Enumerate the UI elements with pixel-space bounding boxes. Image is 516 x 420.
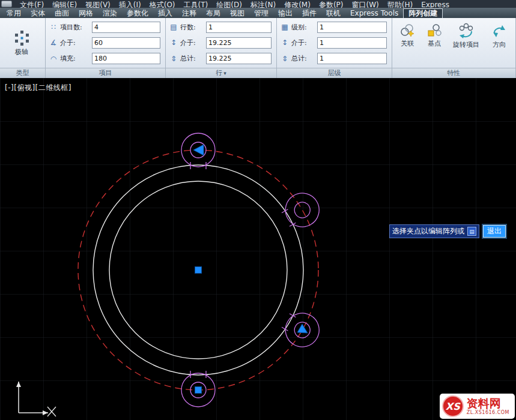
tab-home[interactable]: 常用	[2, 8, 26, 18]
watermark-title: 资料网	[467, 397, 509, 410]
tab-online[interactable]: 联机	[321, 8, 345, 18]
levels-count-input[interactable]	[317, 22, 387, 33]
panel-properties: 关联 基点	[392, 18, 516, 78]
tab-manage[interactable]: 管理	[249, 8, 273, 18]
tab-array-creation[interactable]: 阵列创建	[403, 8, 443, 18]
grip-edit-tooltip: 选择夹点以编辑阵列或 ▤ 退出	[389, 224, 506, 238]
rows-between-label: 介于:	[180, 38, 204, 47]
panel-label-levels: 层级	[277, 68, 392, 78]
menu-draw[interactable]: 绘图(D)	[212, 1, 246, 8]
tooltip-grip-icon[interactable]: ▤	[467, 227, 476, 236]
menu-help[interactable]: 帮助(H)	[383, 1, 417, 8]
watermark-logo: XS	[442, 395, 464, 417]
tab-output[interactable]: 输出	[273, 8, 297, 18]
tab-mesh[interactable]: 网格	[74, 8, 98, 18]
items-between-row: ∡ 介于:	[49, 35, 160, 50]
menu-bar: 文件(F) 编辑(E) 视图(V) 插入(I) 格式(O) 工具(T) 绘图(D…	[0, 0, 516, 8]
levels-total-icon: ⇕	[280, 55, 290, 63]
tab-layout[interactable]: 布局	[201, 8, 225, 18]
tab-express-tools[interactable]: Express Tools	[345, 8, 403, 18]
tab-parametric[interactable]: 参数化	[122, 8, 153, 18]
associative-icon	[399, 23, 415, 38]
menu-tools[interactable]: 工具(T)	[180, 1, 213, 8]
tab-view[interactable]: 视图	[225, 8, 249, 18]
tab-surface[interactable]: 曲面	[50, 8, 74, 18]
rows-between-input[interactable]	[206, 37, 272, 49]
drawing-area[interactable]: [-][俯视][二维线框] 选择夹点以编辑阵列或 ▤ 退出 XS 资料网 ZL.…	[0, 78, 516, 420]
panel-label-rows[interactable]: 行▾	[166, 68, 276, 78]
base-point-button[interactable]: 基点	[422, 20, 447, 66]
levels-total-input[interactable]	[317, 53, 387, 64]
base-point-icon	[426, 23, 442, 38]
direction-button[interactable]: 方向	[485, 20, 513, 66]
tab-insert[interactable]: 插入	[153, 8, 177, 18]
tooltip-message: 选择夹点以编辑阵列或 ▤	[389, 224, 479, 238]
items-between-icon: ∡	[49, 38, 58, 47]
tab-solid[interactable]: 实体	[26, 8, 50, 18]
panel-items: ∷ 项目数: ∡ 介于: ◠ 填充: 项目	[46, 18, 166, 78]
polar-array-icon	[13, 29, 30, 46]
menu-file[interactable]: 文件(F)	[16, 1, 48, 8]
tab-render[interactable]: 渲染	[98, 8, 122, 18]
rows-panel-dropdown-icon[interactable]: ▾	[223, 70, 226, 76]
menu-parametric[interactable]: 参数(P)	[315, 1, 348, 8]
items-count-input[interactable]	[92, 22, 160, 33]
menu-view[interactable]: 视图(V)	[81, 1, 115, 8]
levels-count-icon: ▦	[280, 23, 290, 31]
watermark-subtitle: ZL.XS1616.COM	[467, 410, 509, 415]
items-count-row: ∷ 项目数:	[49, 20, 160, 35]
panel-label-properties: 特性	[392, 68, 515, 78]
items-fill-input[interactable]	[92, 53, 160, 64]
tab-plugins[interactable]: 插件	[297, 8, 321, 18]
watermark: XS 资料网 ZL.XS1616.COM	[440, 394, 515, 419]
menu-window[interactable]: 窗口(W)	[348, 1, 383, 8]
items-between-label: 介于:	[60, 38, 90, 47]
rows-total-icon: ⇕	[169, 55, 178, 63]
rotate-items-icon	[458, 23, 475, 40]
rotate-items-button[interactable]: 旋转项目	[449, 20, 484, 66]
levels-count-row: ▦ 级别:	[280, 20, 387, 35]
rows-between-row: ↕ 介于:	[169, 35, 272, 50]
tab-annotate[interactable]: 注释	[177, 8, 201, 18]
exit-button[interactable]: 退出	[483, 225, 506, 238]
rows-total-row: ⇕ 总计:	[169, 51, 272, 66]
rows-total-input[interactable]	[206, 53, 272, 64]
items-count-icon: ∷	[49, 23, 58, 31]
panel-label-type: 类型	[0, 68, 45, 78]
levels-between-input[interactable]	[317, 37, 387, 49]
ribbon: 极轴 类型 ∷ 项目数: ∡ 介于: ◠ 填充:	[0, 18, 516, 78]
base-item-grip[interactable]	[195, 387, 202, 394]
menu-format[interactable]: 格式(O)	[145, 1, 180, 8]
menu-edit[interactable]: 编辑(E)	[48, 1, 81, 8]
rows-count-row: ▤ 行数:	[169, 20, 272, 35]
items-fill-label: 填充:	[60, 54, 90, 63]
direction-icon	[491, 23, 508, 40]
app-menu-button[interactable]	[1, 1, 12, 7]
rows-between-icon: ↕	[169, 38, 178, 47]
levels-total-row: ⇕ 总计:	[280, 51, 387, 66]
rows-count-label: 行数:	[180, 23, 204, 32]
levels-between-icon: ↕	[280, 38, 290, 47]
levels-between-label: 介于:	[291, 38, 315, 47]
associative-button[interactable]: 关联	[395, 20, 420, 66]
items-between-input[interactable]	[92, 37, 160, 49]
panel-label-items: 项目	[46, 68, 165, 78]
menu-dimension[interactable]: 标注(N)	[246, 1, 280, 8]
rows-count-input[interactable]	[206, 22, 272, 33]
center-grip[interactable]	[195, 267, 202, 274]
menu-modify[interactable]: 修改(M)	[280, 1, 315, 8]
ribbon-tab-bar: 常用 实体 曲面 网格 渲染 参数化 插入 注释 布局 视图 管理 输出 插件 …	[0, 8, 516, 18]
levels-total-label: 总计:	[291, 54, 315, 63]
polar-type-label: 极轴	[15, 47, 28, 56]
watermark-text: 资料网 ZL.XS1616.COM	[467, 397, 509, 415]
drawing-canvas[interactable]	[0, 78, 516, 420]
menu-insert[interactable]: 插入(I)	[115, 1, 145, 8]
grid-background	[0, 78, 516, 420]
viewport-controls[interactable]: [-][俯视][二维线框]	[5, 83, 71, 93]
panel-levels: ▦ 级别: ↕ 介于: ⇕ 总计: 层级	[277, 18, 392, 78]
rows-count-icon: ▤	[169, 23, 178, 31]
menu-express[interactable]: Express	[417, 1, 454, 8]
panel-rows: ▤ 行数: ↕ 介于: ⇕ 总计: 行▾	[166, 18, 277, 78]
panel-type: 极轴 类型	[0, 18, 46, 78]
polar-array-type-button[interactable]: 极轴	[7, 26, 37, 59]
